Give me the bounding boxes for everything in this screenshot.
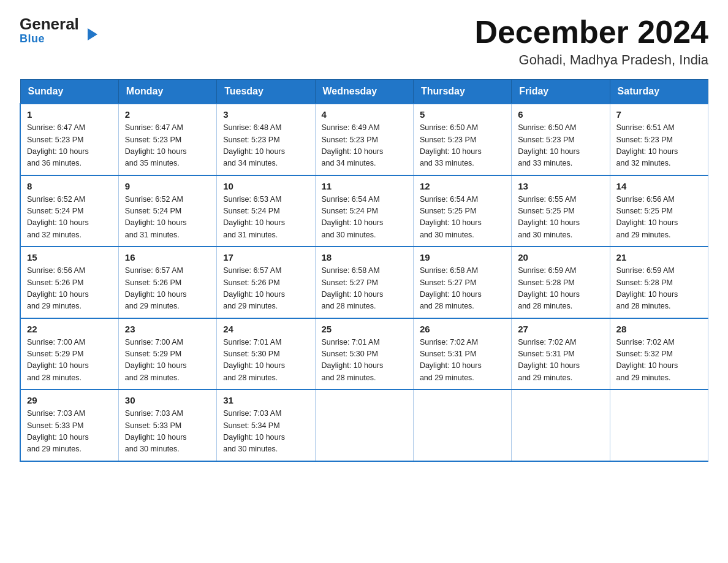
day-number: 2 <box>125 109 210 120</box>
day-number: 4 <box>322 109 407 120</box>
day-info: Sunrise: 6:54 AMSunset: 5:24 PMDaylight:… <box>322 195 384 239</box>
calendar-cell: 7 Sunrise: 6:51 AMSunset: 5:23 PMDayligh… <box>610 104 708 175</box>
logo: General Blue <box>20 15 88 45</box>
day-number: 30 <box>125 395 210 405</box>
calendar-cell: 8 Sunrise: 6:52 AMSunset: 5:24 PMDayligh… <box>20 175 118 247</box>
day-info: Sunrise: 6:59 AMSunset: 5:28 PMDaylight:… <box>518 266 580 310</box>
calendar-cell: 19 Sunrise: 6:58 AMSunset: 5:27 PMDaylig… <box>413 247 511 318</box>
calendar-header-row: Sunday Monday Tuesday Wednesday Thursday… <box>20 80 708 104</box>
header-tuesday: Tuesday <box>217 80 315 104</box>
day-info: Sunrise: 6:48 AMSunset: 5:23 PMDaylight:… <box>223 123 285 167</box>
calendar-cell: 14 Sunrise: 6:56 AMSunset: 5:25 PMDaylig… <box>610 175 708 247</box>
header-sunday: Sunday <box>20 80 118 104</box>
calendar-week-row: 22 Sunrise: 7:00 AMSunset: 5:29 PMDaylig… <box>20 318 708 390</box>
day-info: Sunrise: 7:02 AMSunset: 5:32 PMDaylight:… <box>616 338 678 382</box>
day-number: 6 <box>518 109 603 120</box>
calendar-cell: 24 Sunrise: 7:01 AMSunset: 5:30 PMDaylig… <box>217 318 315 390</box>
day-number: 5 <box>420 109 505 120</box>
day-number: 1 <box>27 109 112 120</box>
day-number: 15 <box>27 252 112 262</box>
page-header: General Blue December 2024 Gohadi, Madhy… <box>20 15 708 68</box>
day-number: 25 <box>322 324 407 334</box>
day-info: Sunrise: 6:52 AMSunset: 5:24 PMDaylight:… <box>125 195 187 239</box>
day-info: Sunrise: 7:03 AMSunset: 5:33 PMDaylight:… <box>125 409 187 453</box>
day-info: Sunrise: 7:03 AMSunset: 5:33 PMDaylight:… <box>27 409 89 453</box>
calendar-cell <box>610 389 708 461</box>
day-info: Sunrise: 6:50 AMSunset: 5:23 PMDaylight:… <box>420 123 482 167</box>
calendar-cell: 26 Sunrise: 7:02 AMSunset: 5:31 PMDaylig… <box>413 318 511 390</box>
day-number: 3 <box>223 109 308 120</box>
location-subtitle: Gohadi, Madhya Pradesh, India <box>474 52 708 68</box>
day-info: Sunrise: 7:00 AMSunset: 5:29 PMDaylight:… <box>27 338 89 382</box>
calendar-week-row: 29 Sunrise: 7:03 AMSunset: 5:33 PMDaylig… <box>20 389 708 461</box>
day-number: 8 <box>27 181 112 191</box>
day-number: 12 <box>420 181 505 191</box>
header-saturday: Saturday <box>610 80 708 104</box>
day-number: 28 <box>616 324 702 334</box>
day-info: Sunrise: 6:50 AMSunset: 5:23 PMDaylight:… <box>518 123 580 167</box>
calendar-cell: 15 Sunrise: 6:56 AMSunset: 5:26 PMDaylig… <box>20 247 118 318</box>
day-info: Sunrise: 6:55 AMSunset: 5:25 PMDaylight:… <box>518 195 580 239</box>
calendar-week-row: 8 Sunrise: 6:52 AMSunset: 5:24 PMDayligh… <box>20 175 708 247</box>
day-number: 21 <box>616 252 702 262</box>
day-info: Sunrise: 6:47 AMSunset: 5:23 PMDaylight:… <box>125 123 187 167</box>
calendar-cell: 11 Sunrise: 6:54 AMSunset: 5:24 PMDaylig… <box>315 175 413 247</box>
calendar-cell: 2 Sunrise: 6:47 AMSunset: 5:23 PMDayligh… <box>118 104 216 175</box>
day-info: Sunrise: 6:59 AMSunset: 5:28 PMDaylight:… <box>616 266 678 310</box>
day-number: 23 <box>125 324 210 334</box>
calendar-cell: 28 Sunrise: 7:02 AMSunset: 5:32 PMDaylig… <box>610 318 708 390</box>
day-info: Sunrise: 6:58 AMSunset: 5:27 PMDaylight:… <box>420 266 482 310</box>
calendar-table: Sunday Monday Tuesday Wednesday Thursday… <box>20 79 708 462</box>
day-info: Sunrise: 7:02 AMSunset: 5:31 PMDaylight:… <box>420 338 482 382</box>
day-number: 29 <box>27 395 112 405</box>
day-info: Sunrise: 6:56 AMSunset: 5:25 PMDaylight:… <box>616 195 678 239</box>
day-info: Sunrise: 6:52 AMSunset: 5:24 PMDaylight:… <box>27 195 89 239</box>
calendar-cell: 25 Sunrise: 7:01 AMSunset: 5:30 PMDaylig… <box>315 318 413 390</box>
calendar-cell: 1 Sunrise: 6:47 AMSunset: 5:23 PMDayligh… <box>20 104 118 175</box>
calendar-cell: 31 Sunrise: 7:03 AMSunset: 5:34 PMDaylig… <box>217 389 315 461</box>
calendar-cell <box>413 389 511 461</box>
day-number: 20 <box>518 252 603 262</box>
svg-marker-0 <box>88 28 97 40</box>
day-number: 7 <box>616 109 702 120</box>
day-number: 18 <box>322 252 407 262</box>
calendar-cell: 4 Sunrise: 6:49 AMSunset: 5:23 PMDayligh… <box>315 104 413 175</box>
day-info: Sunrise: 7:01 AMSunset: 5:30 PMDaylight:… <box>223 338 285 382</box>
calendar-cell: 20 Sunrise: 6:59 AMSunset: 5:28 PMDaylig… <box>512 247 610 318</box>
header-wednesday: Wednesday <box>315 80 413 104</box>
calendar-cell: 16 Sunrise: 6:57 AMSunset: 5:26 PMDaylig… <box>118 247 216 318</box>
day-number: 27 <box>518 324 603 334</box>
day-number: 26 <box>420 324 505 334</box>
day-info: Sunrise: 6:57 AMSunset: 5:26 PMDaylight:… <box>223 266 285 310</box>
calendar-cell: 3 Sunrise: 6:48 AMSunset: 5:23 PMDayligh… <box>217 104 315 175</box>
calendar-cell <box>315 389 413 461</box>
calendar-cell <box>512 389 610 461</box>
calendar-cell: 9 Sunrise: 6:52 AMSunset: 5:24 PMDayligh… <box>118 175 216 247</box>
day-info: Sunrise: 7:02 AMSunset: 5:31 PMDaylight:… <box>518 338 580 382</box>
calendar-cell: 22 Sunrise: 7:00 AMSunset: 5:29 PMDaylig… <box>20 318 118 390</box>
day-number: 31 <box>223 395 308 405</box>
calendar-cell: 6 Sunrise: 6:50 AMSunset: 5:23 PMDayligh… <box>512 104 610 175</box>
day-number: 17 <box>223 252 308 262</box>
calendar-cell: 21 Sunrise: 6:59 AMSunset: 5:28 PMDaylig… <box>610 247 708 318</box>
calendar-cell: 29 Sunrise: 7:03 AMSunset: 5:33 PMDaylig… <box>20 389 118 461</box>
day-number: 9 <box>125 181 210 191</box>
day-number: 24 <box>223 324 308 334</box>
calendar-cell: 23 Sunrise: 7:00 AMSunset: 5:29 PMDaylig… <box>118 318 216 390</box>
day-info: Sunrise: 7:00 AMSunset: 5:29 PMDaylight:… <box>125 338 187 382</box>
day-number: 14 <box>616 181 702 191</box>
day-number: 22 <box>27 324 112 334</box>
day-info: Sunrise: 6:56 AMSunset: 5:26 PMDaylight:… <box>27 266 89 310</box>
calendar-cell: 5 Sunrise: 6:50 AMSunset: 5:23 PMDayligh… <box>413 104 511 175</box>
calendar-cell: 27 Sunrise: 7:02 AMSunset: 5:31 PMDaylig… <box>512 318 610 390</box>
calendar-cell: 30 Sunrise: 7:03 AMSunset: 5:33 PMDaylig… <box>118 389 216 461</box>
header-monday: Monday <box>118 80 216 104</box>
day-number: 10 <box>223 181 308 191</box>
day-info: Sunrise: 6:51 AMSunset: 5:23 PMDaylight:… <box>616 123 678 167</box>
day-number: 11 <box>322 181 407 191</box>
day-number: 13 <box>518 181 603 191</box>
calendar-cell: 10 Sunrise: 6:53 AMSunset: 5:24 PMDaylig… <box>217 175 315 247</box>
calendar-cell: 17 Sunrise: 6:57 AMSunset: 5:26 PMDaylig… <box>217 247 315 318</box>
calendar-cell: 13 Sunrise: 6:55 AMSunset: 5:25 PMDaylig… <box>512 175 610 247</box>
logo-general: General <box>20 15 79 34</box>
